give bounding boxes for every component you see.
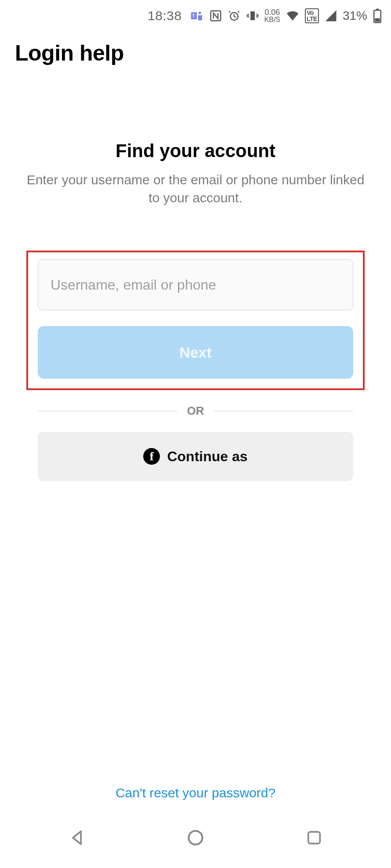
divider-line-right [214,411,354,411]
intro-block: Find your account Enter your username or… [0,70,391,207]
intro-subtitle: Enter your username or the email or phon… [22,171,369,207]
data-rate-unit: KB/S [264,16,280,23]
status-bar: 18:38 T 0.06 KB/S VoLTE 31% [0,0,391,32]
svg-rect-10 [308,832,320,844]
continue-facebook-button[interactable]: f Continue as [38,432,353,481]
highlighted-form-area: Next [26,251,365,390]
battery-percent: 31% [343,9,367,23]
page-title: Login help [15,40,376,66]
system-nav-bar [0,812,391,868]
nav-recent-button[interactable] [301,825,327,851]
volte-icon: VoLTE [305,8,319,23]
next-button[interactable]: Next [38,326,353,379]
spacer [0,481,391,786]
username-input[interactable] [38,259,353,310]
signal-icon [324,9,337,22]
wifi-icon [286,9,300,23]
vibrate-icon [246,9,259,22]
page-header: Login help [0,32,391,70]
svg-rect-7 [376,9,379,11]
main-content: Find your account Enter your username or… [0,70,391,812]
continue-facebook-label: Continue as [167,448,247,465]
nav-back-button[interactable] [64,825,90,851]
nfc-icon [209,9,222,22]
data-rate: 0.06 KB/S [264,8,280,23]
svg-rect-5 [250,11,255,20]
footer-link-row: Can't reset your password? [0,786,391,812]
facebook-icon: f [143,448,160,465]
or-divider: OR [38,404,353,418]
teams-icon: T [190,9,204,23]
svg-text:T: T [192,13,195,18]
divider-line-left [38,411,177,411]
cant-reset-link[interactable]: Can't reset your password? [116,786,275,800]
battery-icon [373,8,382,23]
svg-point-1 [198,11,201,14]
intro-title: Find your account [22,140,369,161]
or-label: OR [187,404,204,418]
status-time: 18:38 [148,8,182,23]
svg-rect-8 [375,18,380,22]
data-rate-value: 0.06 [264,8,280,16]
alarm-icon [228,9,241,22]
svg-point-9 [188,831,202,844]
nav-home-button[interactable] [182,825,209,851]
